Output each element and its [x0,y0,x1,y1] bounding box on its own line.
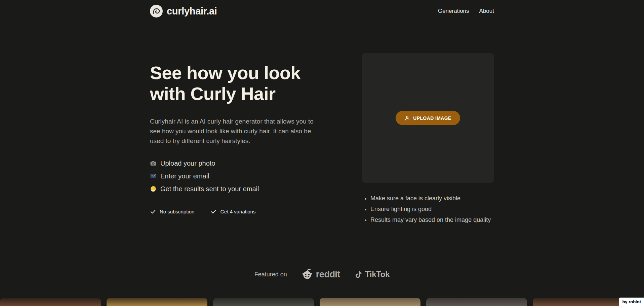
hero-right-column: UPLOAD IMAGE Make sure a face is clearly… [362,53,494,225]
upload-image-button[interactable]: UPLOAD IMAGE [396,111,460,125]
featured-on-label: Featured on [254,271,287,278]
hero-left-column: See how you look with Curly Hair Curlyha… [150,53,325,215]
nav-link-about[interactable]: About [479,8,494,14]
step-text: Upload your photo [160,160,215,167]
brand-name: curlyhair.ai [167,6,217,17]
hero-description: Curlyhair AI is an AI curly hair generat… [150,117,320,146]
tip-item: Make sure a face is clearly visible [370,193,494,204]
step-get-results: Get the results sent to your email [150,185,325,193]
credit-badge[interactable]: by robiot [619,298,644,306]
brand-logo-icon [150,5,163,18]
reddit-wordmark: reddit [316,269,340,280]
gallery-thumb[interactable] [533,298,634,306]
how-it-works-steps: Upload your photo Enter your email [150,160,325,193]
hero-section: See how you look with Curly Hair Curlyha… [150,53,494,225]
gallery-thumb[interactable] [107,298,207,306]
chick-icon [150,185,157,192]
reddit-icon [301,268,313,280]
step-upload-photo: Upload your photo [150,160,325,167]
envelope-icon [150,173,157,179]
step-enter-email: Enter your email [150,172,325,180]
person-icon [404,115,410,121]
upload-tips: Make sure a face is clearly visible Ensu… [362,193,494,225]
upload-card: UPLOAD IMAGE [362,53,494,183]
page-container: curlyhair.ai Generations About See how y… [150,0,494,225]
tip-item: Ensure lighting is good [370,204,494,214]
check-icon [210,208,217,215]
step-text: Enter your email [160,172,209,180]
nav-link-generations[interactable]: Generations [438,8,469,14]
camera-icon [150,160,157,167]
tiktok-icon [354,270,362,279]
reddit-logo: reddit [301,268,340,280]
gallery-thumb[interactable] [213,298,314,306]
result-gallery [0,298,644,306]
upload-button-label: UPLOAD IMAGE [413,115,451,121]
tip-item: Results may vary based on the image qual… [370,214,494,225]
perk-variations: Get 4 variations [210,208,255,215]
page-title-line2: with Curly Hair [150,83,276,104]
page-title-line1: See how you look [150,63,300,83]
main-nav: Generations About [438,8,494,14]
page-title: See how you look with Curly Hair [150,63,325,104]
perk-text: No subscription [160,209,194,214]
featured-on-row: Featured on reddit TikTok [0,268,644,280]
perk-text: Get 4 variations [220,209,255,214]
step-text: Get the results sent to your email [160,185,259,193]
tiktok-wordmark: TikTok [365,270,390,279]
perks-row: No subscription Get 4 variations [150,208,325,215]
gallery-thumb[interactable] [0,298,101,306]
header: curlyhair.ai Generations About [150,0,494,18]
perk-no-subscription: No subscription [150,208,194,215]
gallery-thumb[interactable] [426,298,527,306]
check-icon [150,208,156,215]
gallery-thumb[interactable] [320,298,420,306]
brand[interactable]: curlyhair.ai [150,5,217,18]
tiktok-logo: TikTok [354,270,390,279]
